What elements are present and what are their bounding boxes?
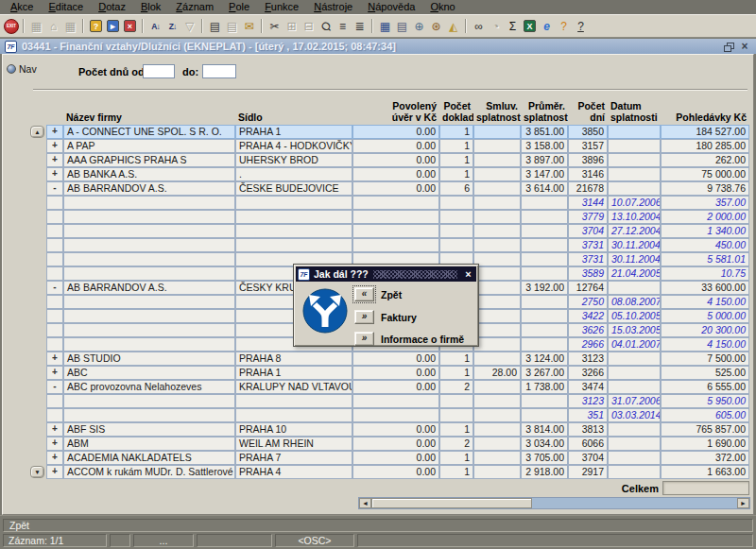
dialog-option-faktury[interactable]: » Faktury: [354, 309, 417, 325]
cell-dni[interactable]: 3474: [568, 380, 608, 394]
row-expander[interactable]: -: [46, 281, 63, 295]
cell-smluv[interactable]: [473, 238, 521, 252]
cell-sidlo[interactable]: WEIL AM RHEIN: [235, 437, 352, 451]
cell-dni[interactable]: 3731: [568, 238, 608, 252]
print-icon[interactable]: ▤: [207, 18, 223, 34]
cell-nazev[interactable]: ACCOM k rukám MUDr. D. Sattlerové: [63, 465, 235, 479]
cell-dni[interactable]: 3731: [568, 252, 608, 266]
cell-nazev[interactable]: [63, 295, 235, 309]
cell-datum[interactable]: [608, 125, 661, 139]
cell-sidlo[interactable]: [235, 224, 352, 238]
keys-icon[interactable]: ∞: [471, 18, 487, 34]
cell-nazev[interactable]: [63, 394, 235, 408]
cell-datum[interactable]: [608, 465, 661, 479]
cell-pohl[interactable]: 184 527.00: [661, 125, 749, 139]
cell-pohl[interactable]: 2 000.00: [661, 210, 749, 224]
cell-datum[interactable]: 05.10.2005: [608, 309, 661, 323]
cell-prumer[interactable]: 3 897.00: [521, 153, 568, 167]
cell-smluv[interactable]: [473, 167, 521, 181]
cell-pohl[interactable]: 605.00: [661, 408, 749, 422]
cell-dni[interactable]: 3146: [568, 167, 608, 181]
row-expander[interactable]: +: [46, 153, 63, 167]
cell-prumer[interactable]: [521, 309, 568, 323]
cell-dokl[interactable]: [439, 394, 473, 408]
cell-pohl[interactable]: 5 950.00: [661, 394, 749, 408]
cell-pohl[interactable]: 525.00: [661, 366, 749, 380]
cell-pohl[interactable]: 1 663.00: [661, 465, 749, 479]
cell-dni[interactable]: 3850: [568, 125, 608, 139]
cell-prumer[interactable]: 2 918.00: [521, 465, 568, 479]
zoom-icon[interactable]: Ϙ: [314, 14, 336, 37]
cell-dokl[interactable]: 6: [439, 181, 473, 196]
cell-uver[interactable]: 0.00: [352, 366, 439, 380]
menu-okno[interactable]: Okno: [422, 0, 462, 14]
sort-ascending-icon[interactable]: A↓: [147, 18, 163, 34]
cell-prumer[interactable]: 3 147.00: [521, 167, 568, 181]
cell-datum[interactable]: 08.08.2007: [608, 295, 661, 309]
cell-nazev[interactable]: [63, 196, 235, 210]
cell-smluv[interactable]: [473, 309, 521, 323]
row-expander[interactable]: +: [46, 366, 63, 380]
cell-sidlo[interactable]: UHERSKY BROD: [235, 153, 352, 167]
cell-prumer[interactable]: 3 814.00: [521, 422, 568, 437]
cell-prumer[interactable]: [521, 238, 568, 252]
cell-prumer[interactable]: 3 614.00: [521, 181, 568, 196]
cell-dni[interactable]: 3123: [568, 352, 608, 366]
cell-uver[interactable]: 0.00: [352, 139, 439, 153]
row-expander[interactable]: -: [46, 380, 63, 394]
row-expander[interactable]: +: [46, 437, 63, 451]
cell-uver[interactable]: [352, 394, 439, 408]
row-expander[interactable]: [46, 295, 63, 309]
cell-prumer[interactable]: [521, 196, 568, 210]
execute-query-icon[interactable]: ►: [107, 20, 119, 32]
cell-smluv[interactable]: [473, 125, 521, 139]
sort-descending-icon[interactable]: Z↓: [164, 18, 180, 34]
cell-nazev[interactable]: [63, 210, 235, 224]
help-about-icon[interactable]: ?: [556, 18, 572, 34]
cell-smluv[interactable]: [473, 210, 521, 224]
menu-editace[interactable]: Editace: [41, 0, 91, 14]
back-button[interactable]: «: [354, 287, 374, 301]
cell-nazev[interactable]: A - CONNECT UNE SPOL. S R. O.: [63, 125, 235, 139]
row-expander[interactable]: +: [46, 125, 63, 139]
cell-dni[interactable]: 3626: [568, 323, 608, 337]
row-expander[interactable]: [46, 252, 63, 266]
cell-datum[interactable]: 03.03.2014: [608, 408, 661, 422]
cell-pohl[interactable]: 765 857.00: [661, 422, 749, 437]
cell-uver[interactable]: 0.00: [352, 465, 439, 479]
cell-pohl[interactable]: 357.00: [661, 196, 749, 210]
cell-dni[interactable]: 3704: [568, 451, 608, 465]
cell-sidlo[interactable]: PRAHA 4 - HODKOVIČKY: [235, 139, 352, 153]
scroll-left-icon[interactable]: ◄: [359, 498, 371, 508]
cell-pohl[interactable]: 4 150.00: [661, 337, 749, 352]
cell-nazev[interactable]: AB BARRANDOV A.S.: [63, 281, 235, 295]
handtruck-icon[interactable]: ▦: [28, 18, 44, 34]
cell-dokl[interactable]: [439, 224, 473, 238]
cell-pohl[interactable]: 7 500.00: [661, 352, 749, 366]
cell-pohl[interactable]: 33 600.00: [661, 281, 749, 295]
row-expander[interactable]: [46, 337, 63, 352]
cell-dni[interactable]: 2966: [568, 337, 608, 352]
record-scroll-down-button[interactable]: ▼: [30, 466, 44, 478]
cell-prumer[interactable]: 3 158.00: [521, 139, 568, 153]
menu-napoveda[interactable]: Nápověda: [360, 0, 422, 14]
close-window-icon[interactable]: ×: [738, 41, 751, 53]
cell-datum[interactable]: [608, 437, 661, 451]
nav-toggle[interactable]: Nav: [7, 63, 37, 75]
cell-uver[interactable]: 0.00: [352, 422, 439, 437]
cell-uver[interactable]: 0.00: [352, 352, 439, 366]
cell-nazev[interactable]: [63, 323, 235, 337]
cell-sidlo[interactable]: PRAHA 1: [235, 366, 352, 380]
cell-prumer[interactable]: 3 267.00: [521, 366, 568, 380]
cell-dni[interactable]: 12764: [568, 281, 608, 295]
cell-nazev[interactable]: AB BARRANDOV A.S.: [63, 181, 235, 196]
row-expander[interactable]: [46, 394, 63, 408]
cell-smluv[interactable]: [473, 380, 521, 394]
cell-pohl[interactable]: 75 000.00: [661, 167, 749, 181]
cell-nazev[interactable]: AAA GRAPHICS PRAHA S: [63, 153, 235, 167]
cell-nazev[interactable]: [63, 266, 235, 281]
cell-nazev[interactable]: ACADEMIA NAKLADATELS: [63, 451, 235, 465]
cell-datum[interactable]: 13.10.2004: [608, 210, 661, 224]
globe-icon[interactable]: ⊕: [411, 18, 427, 34]
cell-datum[interactable]: 10.07.2006: [608, 196, 661, 210]
